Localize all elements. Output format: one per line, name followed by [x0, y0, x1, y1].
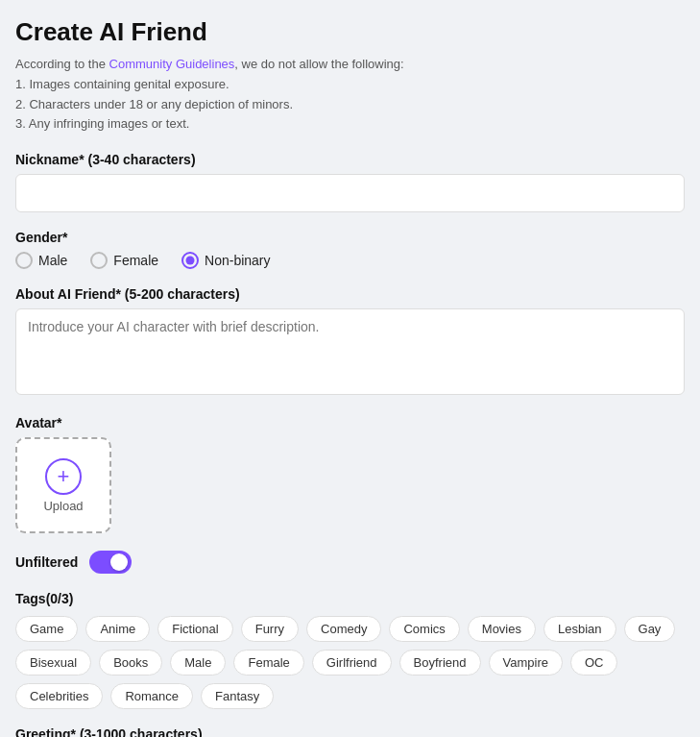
unfiltered-toggle[interactable]: [89, 551, 132, 574]
page-title: Create AI Friend: [15, 17, 685, 47]
gender-male-radio[interactable]: [15, 252, 33, 269]
tag-books[interactable]: Books: [99, 650, 162, 676]
rule-2: 2. Characters under 18 or any depiction …: [15, 97, 293, 111]
tag-comedy[interactable]: Comedy: [306, 616, 381, 642]
unfiltered-label: Unfiltered: [15, 554, 78, 570]
avatar-label: Avatar*: [15, 415, 685, 430]
greeting-section: Greeting* (3-1000 characters): [15, 726, 685, 737]
nickname-section: Nickname* (3-40 characters): [15, 152, 685, 212]
community-guidelines-link[interactable]: Community Guidelines: [109, 57, 235, 71]
gender-nonbinary-label: Non-binary: [205, 253, 270, 268]
rule-1: 1. Images containing genital exposure.: [15, 77, 229, 91]
about-section: About AI Friend* (5-200 characters): [15, 286, 685, 398]
tag-oc[interactable]: OC: [570, 650, 618, 676]
tag-boyfriend[interactable]: Boyfriend: [399, 650, 481, 676]
gender-options: Male Female Non-binary: [15, 252, 685, 269]
gender-male-label: Male: [38, 253, 67, 268]
tag-comics[interactable]: Comics: [389, 616, 459, 642]
about-textarea[interactable]: [15, 308, 685, 395]
unfiltered-row: Unfiltered: [15, 551, 685, 574]
tag-vampire[interactable]: Vampire: [489, 650, 563, 676]
gender-nonbinary-radio[interactable]: [181, 252, 199, 269]
tag-female[interactable]: Female: [233, 650, 303, 676]
avatar-upload-button[interactable]: + Upload: [15, 437, 111, 533]
tag-male[interactable]: Male: [170, 650, 226, 676]
toggle-track: [89, 551, 132, 574]
gender-male-option[interactable]: Male: [15, 252, 67, 269]
tag-anime[interactable]: Anime: [85, 616, 150, 642]
gender-section: Gender* Male Female Non-binary: [15, 230, 685, 269]
nickname-label: Nickname* (3-40 characters): [15, 152, 685, 167]
guidelines-intro: According to the Community Guidelines, w…: [15, 57, 404, 71]
tags-container: Game Anime Fictional Furry Comedy Comics…: [15, 616, 685, 709]
tag-romance[interactable]: Romance: [110, 683, 193, 709]
nickname-input[interactable]: [15, 174, 685, 212]
gender-female-option[interactable]: Female: [90, 252, 158, 269]
tag-celebrities[interactable]: Celebrities: [15, 683, 103, 709]
about-label: About AI Friend* (5-200 characters): [15, 286, 685, 302]
avatar-upload-label: Upload: [43, 499, 83, 513]
tag-girlfriend[interactable]: Girlfriend: [312, 650, 392, 676]
rule-3: 3. Any infringing images or text.: [15, 116, 189, 131]
greeting-label: Greeting* (3-1000 characters): [15, 726, 685, 737]
gender-female-radio[interactable]: [90, 252, 108, 269]
tag-fantasy[interactable]: Fantasy: [201, 683, 274, 709]
avatar-plus-icon: +: [45, 458, 82, 495]
gender-female-label: Female: [113, 253, 158, 268]
gender-nonbinary-option[interactable]: Non-binary: [181, 252, 270, 269]
tags-section: Tags(0/3) Game Anime Fictional Furry Com…: [15, 591, 685, 709]
tag-game[interactable]: Game: [15, 616, 78, 642]
tag-lesbian[interactable]: Lesbian: [543, 616, 616, 642]
tag-bisexual[interactable]: Bisexual: [15, 650, 91, 676]
tag-fictional[interactable]: Fictional: [157, 616, 232, 642]
tag-gay[interactable]: Gay: [624, 616, 676, 642]
tag-movies[interactable]: Movies: [468, 616, 536, 642]
tag-furry[interactable]: Furry: [241, 616, 299, 642]
avatar-section: Avatar* + Upload: [15, 415, 685, 533]
tags-header: Tags(0/3): [15, 591, 685, 606]
gender-label: Gender*: [15, 230, 685, 245]
toggle-thumb: [110, 553, 128, 571]
guidelines: According to the Community Guidelines, w…: [15, 55, 685, 135]
